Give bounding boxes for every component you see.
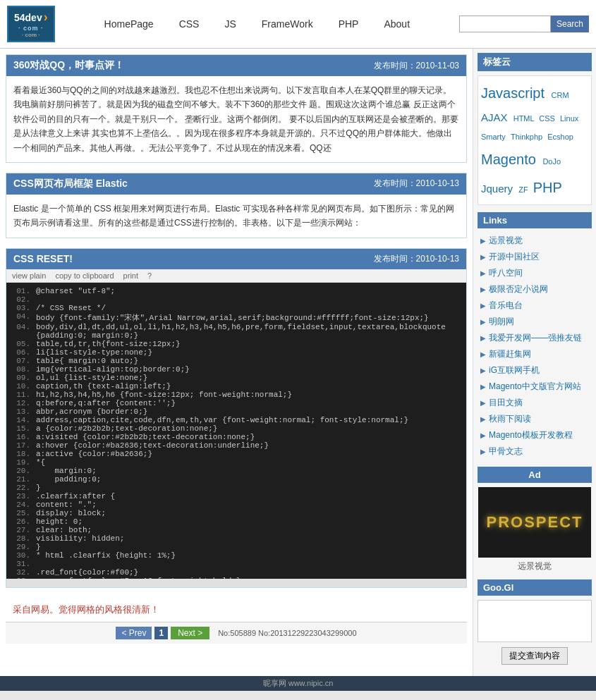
search-button[interactable]: Search (551, 16, 589, 32)
code-scrollbar[interactable] (6, 579, 466, 587)
link-arrow-icon: ▶ (480, 334, 486, 342)
tag-item[interactable]: CRM (552, 91, 569, 99)
link-item[interactable]: ▶Magento模板开发教程 (478, 427, 592, 443)
line-number: 03. (11, 304, 30, 312)
next-button[interactable]: Next > (171, 627, 209, 639)
code-line: 24.content: "."; (11, 501, 462, 509)
line-code: a:visited {color:#2b2b2b;text-decoration… (36, 433, 255, 441)
code-line: 12.q:before,q:after {content:'';} (11, 399, 462, 407)
print-btn[interactable]: print (123, 271, 138, 280)
tag-item[interactable]: Ecshop (547, 133, 573, 141)
links-title: Links (478, 212, 592, 228)
code-line: 17.a:hover {color:#ba2636;text-decoratio… (11, 441, 462, 450)
line-code: address,caption,cite,code,dfn,em,th,var … (36, 416, 408, 424)
code-line: 21. padding:0; (11, 475, 462, 484)
goo-submit-button[interactable]: 提交查询内容 (501, 647, 568, 665)
line-number: 15. (11, 424, 30, 433)
code-line: 01.@charset "utf-8"; (11, 287, 462, 295)
code-line: 20. margin:0; (11, 467, 462, 475)
article-1-date: 发布时间：2010-11-03 (374, 60, 459, 72)
code-line: 19.*{ (11, 458, 462, 467)
line-number: 12. (11, 399, 30, 407)
tag-item[interactable]: CSS (539, 114, 557, 123)
tag-item[interactable]: Linux (560, 114, 578, 123)
code-line: 10.caption,th {text-align:left;} (11, 382, 462, 391)
link-item[interactable]: ▶远景视觉 (478, 233, 592, 249)
nav-item-about[interactable]: About (371, 13, 422, 35)
line-number: 23. (11, 492, 30, 501)
code-article: CSS RESET! 发布时间：2010-10-13 view plain co… (6, 248, 467, 588)
link-item[interactable]: ▶我爱开发网——强推友链 (478, 330, 592, 346)
view-plain-btn[interactable]: view plain (12, 271, 46, 280)
nav-item-css[interactable]: CSS (166, 13, 212, 35)
line-number: 02. (11, 295, 30, 304)
help-btn[interactable]: ? (147, 271, 152, 280)
link-item[interactable]: ▶秋雨下阅读 (478, 411, 592, 427)
tag-item[interactable]: ZF (518, 185, 530, 194)
line-code: } (36, 484, 41, 492)
line-code: {padding:0; margin:0;} (36, 331, 138, 340)
goo-input[interactable] (478, 600, 592, 642)
link-item[interactable]: ▶音乐电台 (478, 297, 592, 314)
line-number: 29. (11, 543, 30, 551)
code-toolbar: view plain copy to clipboard print ? (6, 269, 466, 283)
line-code: body,div,dl,dt,dd,ul,ol,li,h1,h2,h3,h4,h… (36, 323, 446, 331)
tag-item[interactable]: AJAX (481, 111, 511, 123)
link-item[interactable]: ▶新疆赶集网 (478, 346, 592, 362)
link-item[interactable]: ▶明朗网 (478, 314, 592, 330)
code-line: 04.body,div,dl,dt,dd,ul,ol,li,h1,h2,h3,h… (11, 323, 462, 331)
tags-title: 标签云 (478, 53, 592, 71)
tag-item[interactable]: Javascript (481, 85, 549, 101)
line-code: a:hover {color:#ba2636;text-decoration:u… (36, 441, 269, 450)
code-line: 14.address,caption,cite,code,dfn,em,th,v… (11, 416, 462, 424)
main-nav: HomePage CSS JS FrameWork PHP About (92, 13, 422, 35)
link-item[interactable]: ▶目田文摘 (478, 395, 592, 411)
code-article-date: 发布时间：2010-10-13 (374, 253, 459, 265)
link-arrow-icon: ▶ (480, 285, 486, 293)
line-number: 04. (11, 312, 30, 323)
line-number: 18. (11, 450, 30, 458)
line-number: 07. (11, 357, 30, 365)
copy-btn[interactable]: copy to clipboard (55, 271, 114, 280)
tag-item[interactable]: Smarty (481, 133, 508, 141)
tag-item[interactable]: Magento (481, 152, 540, 167)
line-number: 05. (11, 340, 30, 348)
tag-item[interactable]: PHP (533, 180, 562, 195)
tag-item[interactable]: Jquery (481, 183, 516, 195)
line-code: q:before,q:after {content:'';} (36, 399, 176, 407)
code-line: 07.table{ margin:0 auto;} (11, 357, 462, 365)
link-item[interactable]: ▶开源中国社区 (478, 249, 592, 265)
line-code: content: "."; (36, 501, 97, 509)
nav-item-php[interactable]: PHP (326, 13, 372, 35)
link-item[interactable]: ▶呼八空间 (478, 265, 592, 281)
prev-button[interactable]: < Prev (116, 627, 152, 639)
article-1: 360对战QQ，时事点评！ 发布时间：2010-11-03 看着最近360与QQ… (6, 54, 467, 163)
link-arrow-icon: ▶ (480, 431, 486, 439)
code-line: 15.a {color:#2b2b2b;text-decoration:none… (11, 424, 462, 433)
tag-item[interactable]: Thinkphp (511, 133, 545, 141)
link-arrow-icon: ▶ (480, 269, 486, 277)
line-code: li{list-style-type:none;} (36, 348, 152, 357)
line-code: clear: both; (36, 526, 92, 534)
link-item[interactable]: ▶甲骨文志 (478, 443, 592, 460)
nav-item-home[interactable]: HomePage (92, 13, 166, 35)
nav-item-framework[interactable]: FrameWork (249, 13, 326, 35)
code-line: 06.li{list-style-type:none;} (11, 348, 462, 357)
link-item[interactable]: ▶Magento中文版官方网站 (478, 379, 592, 395)
line-code: .green_font{color:#5caa16;font-weight:bo… (36, 577, 241, 579)
link-item[interactable]: ▶iG互联网手机 (478, 362, 592, 379)
link-item[interactable]: ▶极限否定小说网 (478, 281, 592, 297)
line-number: 17. (11, 441, 30, 450)
nav-item-js[interactable]: JS (212, 13, 248, 35)
ad-image[interactable]: PROSPECT (478, 487, 591, 558)
tag-item[interactable]: DoJo (542, 157, 561, 166)
line-number: 16. (11, 433, 30, 441)
link-arrow-icon: ▶ (480, 399, 486, 407)
search-input[interactable] (459, 16, 551, 32)
tag-item[interactable]: HTML (513, 114, 537, 123)
line-code: .red_font{color:#f00;} (36, 568, 138, 577)
line-number: 20. (11, 467, 30, 475)
line-code: img{vertical-align:top;border:0;} (36, 365, 190, 374)
line-number: 11. (11, 391, 30, 399)
article-1-title: 360对战QQ，时事点评！ (13, 59, 124, 72)
